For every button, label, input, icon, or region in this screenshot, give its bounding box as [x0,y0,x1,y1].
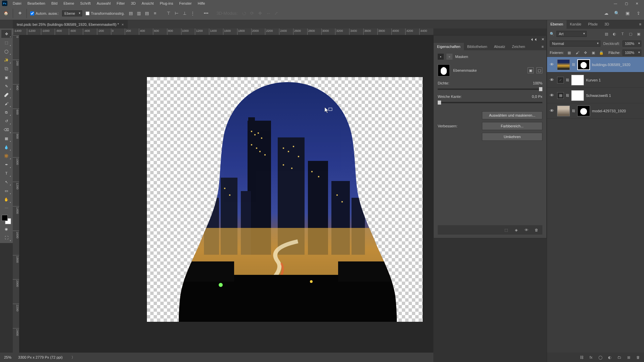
canvas-area[interactable] [19,35,433,353]
layer-row[interactable]: 👁 ⛓ buildings-936589_1920 [547,57,644,72]
layer-name[interactable]: model-429733_1920 [592,109,641,113]
select-and-mask-button[interactable]: Auswählen und maskieren... [482,111,542,119]
add-mask-icon[interactable]: ◯ [598,355,603,360]
align-bottom-icon[interactable]: ⊥ [181,10,187,16]
layer-row[interactable]: 👁 ⟋ ⛓ Kurven 1 [547,72,644,88]
tab-libraries[interactable]: Bibliotheken [464,43,491,50]
tab-close-icon[interactable]: × [122,22,124,26]
opacity-value[interactable]: 100% [623,41,641,47]
status-zoom[interactable]: 25% [4,355,11,359]
tab-properties[interactable]: Eigenschaften [434,43,464,50]
share-icon[interactable]: ⇪ [635,10,641,16]
filter-type-icon[interactable]: T [620,31,625,37]
frame-tool[interactable]: ▣ [1,73,11,81]
disable-mask-icon[interactable]: 👁 [524,227,529,233]
panel-collapse-icon[interactable]: ⏴⏴ [530,37,538,42]
type-tool[interactable]: T [1,169,11,177]
fill-value[interactable]: 100% [623,50,641,56]
eraser-tool[interactable]: ⌫ [1,126,11,134]
document-canvas[interactable] [147,77,423,322]
status-doc-info[interactable]: 3300 Px x 2779 Px (72 ppi) [18,355,63,359]
adjustment-icon[interactable]: ▤ [557,92,564,99]
menu-layer[interactable]: Ebene [61,0,77,6]
blend-mode-select[interactable]: Normal [550,41,600,47]
layer-name[interactable]: Kurven 1 [586,78,641,82]
lock-position-icon[interactable]: ✥ [583,50,588,55]
brush-tool[interactable]: 🖌 [1,100,11,108]
menu-plugins[interactable]: Plug-ins [157,0,176,6]
align-hcenter-icon[interactable]: ▥ [136,10,142,16]
align-vcenter-icon[interactable]: ⊢ [173,10,179,16]
layer-name[interactable]: Schwarzweiß 1 [586,94,641,98]
dodge-tool[interactable]: 🔆 [1,152,11,160]
layer-name[interactable]: buildings-936589_1920 [592,63,641,67]
layer-row[interactable]: 👁 ▤ ⛓ Schwarzweiß 1 [547,88,644,103]
tab-paragraph[interactable]: Absatz [491,43,509,50]
visibility-icon[interactable]: 👁 [550,93,555,98]
layer-mask-thumbnail[interactable] [577,106,590,116]
density-slider[interactable] [438,88,542,90]
vector-mask-icon[interactable]: ▫ [446,54,452,60]
tab-layers[interactable]: Ebenen [547,20,567,29]
menu-type[interactable]: Schrift [77,0,93,6]
layer-mask-thumbnail[interactable] [571,90,584,101]
clone-stamp-tool[interactable]: ⧉ [1,108,11,116]
filter-shape-icon[interactable]: ▢ [628,31,633,37]
apply-mask-icon[interactable]: ◈ [514,227,519,233]
select-pixel-mask-icon[interactable]: ▣ [528,67,534,73]
tab-paths[interactable]: Pfade [585,20,601,29]
more-options-icon[interactable]: ••• [203,10,209,16]
feather-value[interactable]: 0,0 Px [532,95,542,99]
tab-character[interactable]: Zeichen [508,43,528,50]
menu-filter[interactable]: Filter [114,0,127,6]
crop-tool[interactable]: ⿻ [1,65,11,73]
layer-row[interactable]: 👁 ⛓ model-429733_1920 [547,103,644,119]
lasso-tool[interactable]: ◯ [1,47,11,55]
link-layers-icon[interactable]: ⛓ [579,355,584,360]
layer-mask-thumbnail[interactable] [577,59,590,70]
menu-help[interactable]: Hilfe [195,0,208,6]
window-close-button[interactable]: ✕ [632,0,642,7]
layers-menu-icon[interactable]: ≡ [637,20,644,29]
gradient-tool[interactable]: ▦ [1,134,11,142]
load-selection-icon[interactable]: ⬚ [503,227,509,233]
screenmode-tool[interactable]: ⛶ [1,234,11,242]
eyedropper-tool[interactable]: ✎ [1,82,11,90]
foreground-color-swatch[interactable] [2,215,8,221]
new-layer-icon[interactable]: ⊞ [626,355,631,360]
edit-toolbar[interactable]: ⋯ [1,204,11,212]
cloud-docs-icon[interactable]: ☁ [603,10,609,16]
window-minimize-button[interactable]: — [610,0,621,7]
delete-layer-icon[interactable]: 🗑 [635,355,641,360]
ruler-horizontal[interactable]: -1400-1200-1000-800-600-400-200020040060… [13,28,433,35]
lock-all-icon[interactable]: 🔒 [599,50,604,55]
menu-select[interactable]: Auswahl [94,0,113,6]
healing-brush-tool[interactable]: 🩹 [1,91,11,99]
menu-view[interactable]: Ansicht [139,0,156,6]
artboard-tool[interactable]: ⬚ [1,39,11,47]
transform-controls-input[interactable] [86,11,90,15]
layer-mask-thumbnail[interactable] [571,75,584,85]
transform-controls-checkbox[interactable]: Transformationsstrg. [86,11,124,15]
window-maximize-button[interactable]: ▢ [621,0,631,7]
filter-pixel-icon[interactable]: ▧ [604,31,609,37]
distribute-icon[interactable]: ≡ [152,10,158,16]
delete-mask-icon[interactable]: 🗑 [534,227,539,233]
filter-kind-select[interactable]: Art [556,31,587,37]
status-arrow-icon[interactable]: 〉 [71,355,75,360]
layer-thumbnail[interactable] [557,106,570,116]
feather-slider[interactable] [438,102,542,103]
menu-window[interactable]: Fenster [176,0,194,6]
align-right-icon[interactable]: ▤ [144,10,150,16]
menu-edit[interactable]: Bearbeiten [25,0,48,6]
menu-file[interactable]: Datei [10,0,24,6]
visibility-icon[interactable]: 👁 [550,108,555,113]
ruler-vertical[interactable]: 0200400600800100012001400160018002000220… [13,35,19,353]
shape-tool[interactable]: ▭ [1,187,11,195]
quickmask-tool[interactable]: ◉ [1,225,11,233]
auto-select-input[interactable] [30,11,34,15]
magic-wand-tool[interactable]: ✨ [1,56,11,64]
document-tab[interactable]: test.psdc bei 25% (buildings-936589_1920… [13,20,128,28]
pen-tool[interactable]: ✒ [1,161,11,169]
link-icon[interactable]: ⛓ [566,78,569,82]
